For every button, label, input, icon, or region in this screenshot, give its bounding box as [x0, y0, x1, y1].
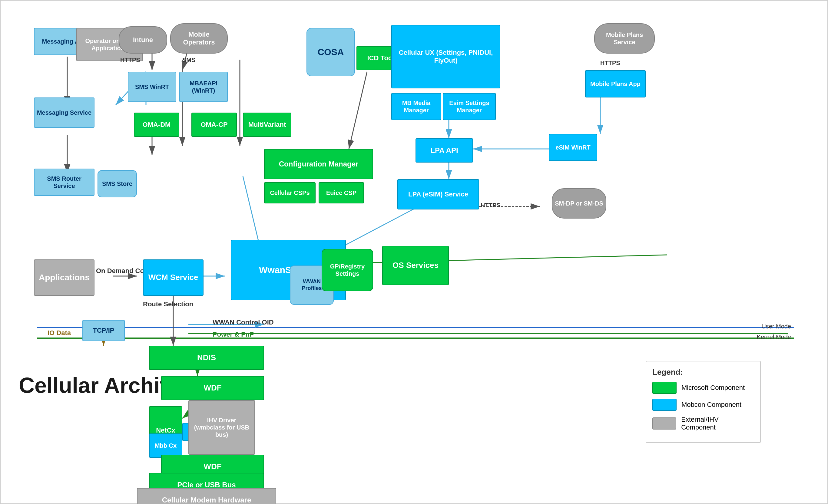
smdp-cloud: SM-DP or SM-DS: [552, 188, 606, 219]
sms-label: SMS: [182, 57, 195, 63]
wcm-service-box: WCM Service: [143, 260, 204, 296]
svg-line-28: [349, 72, 367, 149]
multivariant-box: MultiVariant: [243, 112, 291, 137]
mbaeapi-box: MBAEAPI (WinRT): [179, 72, 228, 102]
mb-media-box: MB Media Manager: [391, 93, 441, 120]
config-manager-box: Configuration Manager: [264, 149, 373, 179]
legend-container: Legend: Microsoft Component Mobcon Compo…: [646, 361, 761, 443]
cosa-box: COSA: [306, 28, 355, 76]
messaging-service-box: Messaging Service: [34, 97, 94, 128]
lpa-esim-box: LPA (eSIM) Service: [397, 179, 479, 210]
io-data-label: IO Data: [47, 329, 71, 337]
ihv-driver-box: IHV Driver (wmbclass for USB bus): [189, 400, 255, 455]
os-services-box: OS Services: [382, 246, 449, 285]
cellular-csps-box: Cellular CSPs: [264, 182, 316, 203]
esim-settings-box: Esim Settings Manager: [443, 93, 496, 120]
https-label-3: HTTPS: [600, 60, 620, 66]
diagram-container: Cellular Architecture Messaging App Mess…: [0, 0, 828, 504]
mobile-plans-app-box: Mobile Plans App: [585, 70, 646, 97]
esim-winrt-box: eSIM WinRT: [549, 134, 597, 161]
kernel-mode-label: Kernel Mode: [757, 333, 791, 340]
cellular-ux-box: Cellular UX (Settings, PNIDUI, FlyOut): [391, 25, 500, 88]
applications-box: Applications: [34, 260, 94, 296]
ndis-box: NDIS: [149, 346, 264, 370]
sms-winrt-box: SMS WinRT: [128, 72, 176, 102]
wwan-control-oid-label: WWAN Control OID: [213, 318, 274, 326]
sms-router-box: SMS Router Service: [34, 169, 94, 196]
wdf-upper-box: WDF: [161, 376, 264, 400]
mobile-operators-cloud: Mobile Operators: [170, 23, 228, 54]
lpa-api-box: LPA API: [416, 138, 473, 163]
mobile-plans-service-cloud: Mobile Plans Service: [594, 23, 655, 54]
oma-cp-box: OMA-CP: [192, 112, 237, 137]
intune-cloud: Intune: [119, 26, 167, 54]
legend-title: Legend:: [652, 367, 754, 377]
user-mode-label: User Mode: [761, 323, 791, 330]
gp-registry-box: GP/Registry Settings: [322, 249, 373, 291]
sms-store-box: SMS Store: [97, 170, 137, 197]
cellular-modem-box: Cellular Modem Hardware: [137, 488, 276, 504]
tcpip-box: TCP/IP: [82, 320, 125, 341]
legend-mobcon: Mobcon Component: [652, 399, 754, 411]
mbbcx-box: Mbb Cx: [149, 433, 182, 458]
route-selection-label: Route Selection: [143, 300, 193, 308]
power-pnp-label: Power & PnP: [213, 330, 254, 338]
oma-dm-box: OMA-DM: [134, 112, 179, 137]
legend-microsoft: Microsoft Component: [652, 382, 754, 394]
https-label-1: HTTPS: [120, 57, 140, 63]
legend-external: External/IHV Component: [652, 416, 754, 431]
euicc-csp-box: Euicc CSP: [319, 182, 364, 203]
https-label-2: HTTPS: [481, 202, 501, 209]
